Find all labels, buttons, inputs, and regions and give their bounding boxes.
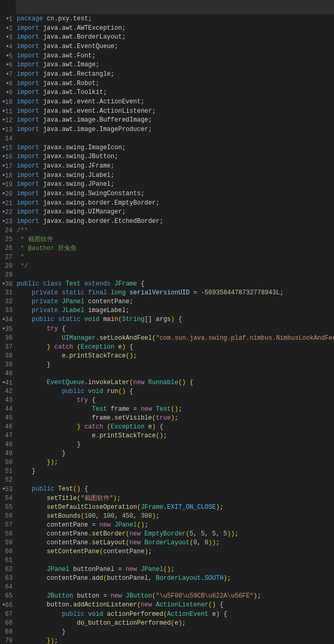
code-line: 39 }	[2, 361, 332, 369]
line-number: 60	[2, 547, 17, 556]
code-line: ●53 public Test() {	[2, 485, 332, 494]
code-line: ●19import javax.swing.JPanel;	[2, 180, 332, 189]
line-content: frame.setVisible(true);	[17, 414, 332, 423]
line-content: package cn.pxy.test;	[17, 15, 332, 24]
line-number: 67	[2, 610, 17, 619]
line-content: import java.awt.event.ActionListener;	[17, 107, 332, 116]
line-content: } catch (Exception e) {	[17, 423, 332, 432]
line-number: ●1	[2, 15, 17, 24]
line-number: 29	[2, 271, 17, 280]
code-line: ●8import java.awt.Robot;	[2, 79, 332, 89]
line-content	[17, 476, 332, 485]
line-content	[17, 135, 332, 144]
line-content: contentPane = new JPanel();	[17, 521, 332, 530]
file-tab[interactable]	[0, 0, 16, 15]
line-content: });	[17, 458, 332, 467]
line-number: 36	[2, 334, 17, 343]
line-content: import java.awt.Image;	[17, 61, 332, 70]
code-line: ●4import java.awt.EventQueue;	[2, 42, 332, 52]
line-content: import javax.swing.border.EtchedBorder;	[17, 217, 332, 226]
line-content: private JLabel imageLabel;	[17, 306, 332, 315]
code-line: ●34 public static void main(String[] arg…	[2, 315, 332, 325]
line-content: }	[17, 449, 332, 458]
line-number: ●53	[2, 485, 17, 494]
line-number: ●5	[2, 52, 17, 61]
line-content: do_button_actionPerformed(e);	[17, 619, 332, 628]
line-number: 68	[2, 619, 17, 628]
line-content: import javax.swing.border.EmptyBorder;	[17, 199, 332, 208]
line-number: ●41	[2, 378, 17, 388]
line-content: setTitle("截图软件");	[17, 494, 332, 503]
line-content: public static void main(String[] args) {	[17, 315, 332, 325]
line-content: JButton button = new JButton("\u5F00\u59…	[17, 592, 332, 601]
line-number: 46	[2, 423, 17, 432]
code-line: ●21import javax.swing.border.EmptyBorder…	[2, 199, 332, 208]
code-line: ●20import javax.swing.SwingConstants;	[2, 189, 332, 199]
line-content: import javax.swing.SwingConstants;	[17, 189, 332, 199]
line-number: ●18	[2, 171, 17, 181]
line-number: ●9	[2, 88, 17, 98]
code-line: 69 }	[2, 628, 332, 637]
line-content: }	[17, 440, 332, 449]
code-line: 47 e.printStackTrace();	[2, 432, 332, 440]
line-number: ●66	[2, 601, 17, 610]
line-content: Test frame = new Test();	[17, 405, 332, 414]
code-line: 49 }	[2, 449, 332, 458]
code-line: ●17import javax.swing.JFrame;	[2, 162, 332, 171]
code-content[interactable]: ●1package cn.pxy.test;●2import java.awt.…	[0, 15, 334, 644]
code-line: 51 }	[2, 467, 332, 476]
line-number: 42	[2, 387, 17, 396]
code-line: ●22import javax.swing.UIManager;	[2, 208, 332, 217]
line-content: UIManager.setLookAndFeel("com.sun.java.s…	[17, 334, 334, 343]
line-content: e.printStackTrace();	[17, 352, 332, 361]
line-content: contentPane.add(buttonPanel, BorderLayou…	[17, 574, 332, 583]
code-line: 50 });	[2, 458, 332, 467]
line-content: import javax.swing.UIManager;	[17, 208, 332, 217]
line-number: 40	[2, 369, 17, 378]
code-line: ●13import java.awt.image.ImageProducer;	[2, 125, 332, 135]
code-line: 14	[2, 135, 332, 144]
code-line: 38 e.printStackTrace();	[2, 352, 332, 361]
line-content: public Test() {	[17, 485, 332, 494]
line-number: ●35	[2, 325, 17, 334]
code-line: 36 UIManager.setLookAndFeel("com.sun.jav…	[2, 334, 332, 343]
code-line: 67 public void actionPerformed(ActionEve…	[2, 610, 332, 619]
code-line: 57 contentPane = new JPanel();	[2, 521, 332, 530]
code-line: 29	[2, 271, 332, 280]
code-line: 27 *	[2, 253, 332, 262]
line-number: 64	[2, 583, 17, 592]
line-number: 47	[2, 432, 17, 440]
line-content: * 截图软件	[17, 235, 332, 244]
line-number: 62	[2, 565, 17, 574]
code-line: 45 frame.setVisible(true);	[2, 414, 332, 423]
line-number: ●19	[2, 180, 17, 189]
code-line: ●16import javax.swing.JButton;	[2, 152, 332, 162]
code-line: ●2import java.awt.AWTException;	[2, 24, 332, 33]
line-content: public void actionPerformed(ActionEvent …	[17, 610, 332, 619]
code-line: ●10import java.awt.event.ActionEvent;	[2, 98, 332, 107]
line-number: 51	[2, 467, 17, 476]
line-number: ●23	[2, 217, 17, 226]
line-number: 38	[2, 352, 17, 361]
line-content: import java.awt.image.ImageProducer;	[17, 125, 332, 135]
line-number: 59	[2, 539, 17, 547]
code-line: 58 contentPane.setBorder(new EmptyBorder…	[2, 530, 332, 539]
code-line: ●12import java.awt.image.BufferedImage;	[2, 116, 332, 125]
line-content: import javax.swing.ImageIcon;	[17, 144, 332, 153]
code-line: ●11import java.awt.event.ActionListener;	[2, 107, 332, 116]
code-line: ●35 try {	[2, 325, 332, 334]
line-content	[17, 369, 332, 378]
line-content: import java.awt.Rectangle;	[17, 70, 332, 79]
code-line: 24/**	[2, 226, 332, 235]
line-number: 26	[2, 244, 17, 253]
code-line: 46 } catch (Exception e) {	[2, 423, 332, 432]
code-line: ●66 button.addActionListener(new ActionL…	[2, 601, 332, 610]
code-line: ●18import javax.swing.JLabel;	[2, 171, 332, 181]
tab-bar	[0, 0, 334, 15]
code-line: 64	[2, 583, 332, 592]
line-content: }	[17, 467, 332, 476]
code-line: 60 setContentPane(contentPane);	[2, 547, 332, 556]
line-number: 45	[2, 414, 17, 423]
line-content: *	[17, 253, 332, 262]
line-content: try {	[17, 325, 332, 334]
